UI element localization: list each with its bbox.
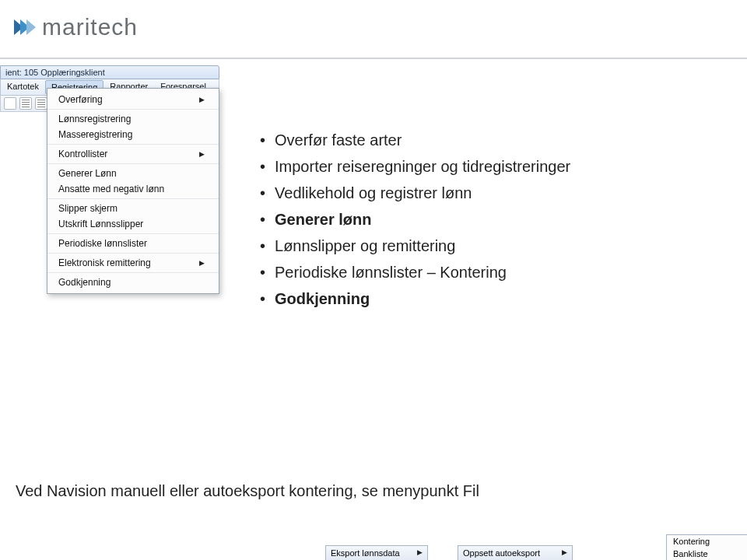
ditem-label: Lønnsregistrering <box>58 114 131 124</box>
menu-kartotek[interactable]: Kartotek <box>1 79 45 95</box>
bullet-5: Lønnslipper og remittering <box>260 233 570 258</box>
toolbar-button-3[interactable] <box>35 97 47 110</box>
subitem-bankliste[interactable]: Bankliste <box>667 548 747 560</box>
ditem-ansatte-negativ[interactable]: Ansatte med negativ lønn <box>47 181 219 197</box>
ditem-kontrollister[interactable]: Kontrollister ▶ <box>47 146 219 162</box>
chevron-right-icon: ▶ <box>417 548 423 558</box>
registrering-dropdown: Overføring ▶ Lønnsregistrering Masseregi… <box>47 88 219 294</box>
bullet-7: Godkjenning <box>260 286 570 311</box>
ditem-periodiske-lonnslister[interactable]: Periodiske lønnslister <box>47 236 219 251</box>
logo-text: maritech <box>42 14 138 40</box>
ditem-label: Elektronisk remittering <box>58 257 151 268</box>
chevron-right-icon: ▶ <box>199 96 205 103</box>
ditem-slipper-skjerm[interactable]: Slipper skjerm <box>47 201 219 216</box>
ditem-label: Godkjenning <box>58 277 110 288</box>
subitem-kontering[interactable]: Kontering <box>667 535 747 548</box>
fragment-label: Eksport lønnsdata <box>331 548 400 558</box>
bullet-2: Importer reiseregninger og tidregistreri… <box>260 154 570 179</box>
ditem-label: Masseregistrering <box>58 129 132 140</box>
brand-logo: maritech <box>14 14 138 40</box>
ditem-label: Periodiske lønnslister <box>58 238 147 249</box>
logo-chevrons-icon <box>14 19 36 35</box>
toolbar-button-2[interactable] <box>19 97 32 110</box>
ditem-label: Ansatte med negativ lønn <box>58 184 164 194</box>
ditem-elektronisk-remittering[interactable]: Elektronisk remittering ▶ <box>47 255 219 271</box>
header-divider <box>0 58 747 59</box>
chevron-right-icon: ▶ <box>199 259 205 267</box>
ditem-lonnsregistrering[interactable]: Lønnsregistrering <box>47 111 219 127</box>
bullet-4: Generer lønn <box>260 207 570 232</box>
ditem-overforing[interactable]: Overføring ▶ <box>47 92 219 107</box>
ditem-label: Overføring <box>58 94 103 105</box>
ditem-generer-lonn[interactable]: Generer Lønn <box>47 166 219 181</box>
ditem-masseregistrering[interactable]: Masseregistrering <box>47 127 219 142</box>
bullet-6: Periodiske lønnslister – Kontering <box>260 260 570 285</box>
app-window-fragment: ient: 105 Opplæringsklient Kartotek Regi… <box>0 65 219 112</box>
toolbar-button-1[interactable] <box>4 97 16 110</box>
fragment-eksport-lonnsdata[interactable]: Eksport lønnsdata ▶ <box>325 545 428 560</box>
fragment-oppsett-autoeksport[interactable]: Oppsett autoeksport ▶ <box>458 545 573 560</box>
ditem-label: Generer Lønn <box>58 168 117 179</box>
chevron-right-icon: ▶ <box>199 150 205 158</box>
bullet-3: Vedlikehold og registrer lønn <box>260 180 570 205</box>
ditem-godkjenning[interactable]: Godkjenning <box>47 275 219 290</box>
bullet-1: Overfør faste arter <box>260 128 570 152</box>
ditem-utskrift-lonnsslipper[interactable]: Utskrift Lønnsslipper <box>47 216 219 232</box>
slide-bullets: Overfør faste arter Importer reiseregnin… <box>260 128 570 313</box>
footer-caption: Ved Navision manuell eller autoeksport k… <box>16 482 479 500</box>
ditem-label: Slipper skjerm <box>58 203 117 214</box>
fragment-label: Oppsett autoeksport <box>463 548 540 558</box>
window-title: ient: 105 Opplæringsklient <box>0 65 219 79</box>
ditem-label: Kontrollister <box>58 149 107 159</box>
fragment-submenu: Kontering Bankliste <box>666 534 747 560</box>
ditem-label: Utskrift Lønnsslipper <box>58 219 143 229</box>
chevron-right-icon: ▶ <box>562 548 567 558</box>
